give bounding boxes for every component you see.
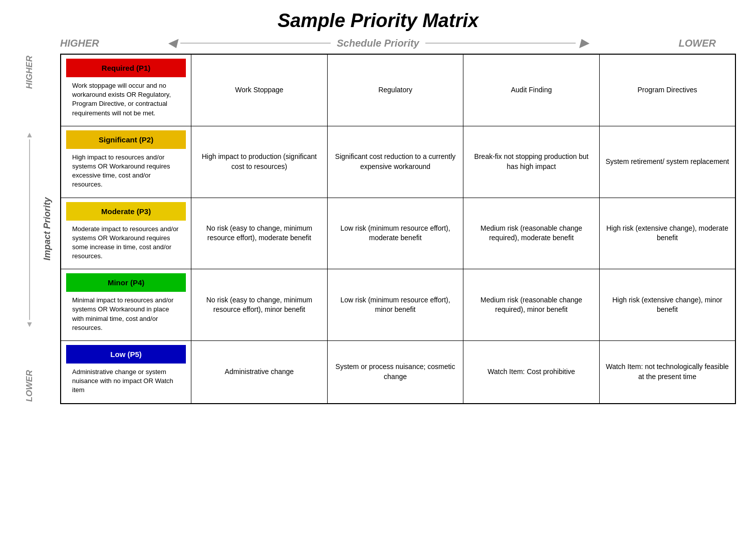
- priority-matrix: Required (P1)Work stoppage will occur an…: [60, 54, 736, 404]
- cell-r4-c1: System or process nuisance; cosmetic cha…: [327, 341, 463, 404]
- priority-cell-4: Low (P5)Administrative change or system …: [61, 341, 191, 404]
- schedule-higher-label: HIGHER: [60, 38, 99, 49]
- priority-desc-2: Moderate impact to resources and/or syst…: [66, 221, 186, 265]
- priority-desc-0: Work stoppage will occur and no workarou…: [66, 77, 186, 122]
- priority-label-3: Minor (P4): [66, 273, 186, 292]
- cell-r2-c1: Low risk (minimum resource effort), mode…: [327, 198, 463, 269]
- cell-r2-c3: High risk (extensive change), moderate b…: [599, 198, 735, 269]
- cell-r4-c0: Administrative change: [191, 341, 328, 404]
- priority-desc-3: Minimal impact to resources and/or syste…: [66, 292, 186, 336]
- cell-r3-c1: Low risk (minimum resource effort), mino…: [327, 269, 463, 341]
- lower-impact-label: LOWER: [25, 370, 35, 402]
- priority-label-1: Significant (P2): [66, 130, 186, 149]
- priority-cell-2: Moderate (P3)Moderate impact to resource…: [61, 198, 191, 269]
- cell-r1-c3: System retirement/ system replacement: [599, 126, 735, 198]
- cell-r0-c2: Audit Finding: [463, 54, 600, 126]
- cell-r1-c0: High impact to production (significant c…: [191, 126, 328, 198]
- priority-label-0: Required (P1): [66, 59, 186, 77]
- cell-r3-c3: High risk (extensive change), minor bene…: [599, 269, 735, 341]
- page-title: Sample Priority Matrix: [278, 10, 478, 32]
- higher-impact-label: HIGHER: [25, 56, 35, 89]
- priority-cell-3: Minor (P4)Minimal impact to resources an…: [61, 269, 191, 341]
- table-row: Moderate (P3)Moderate impact to resource…: [61, 198, 735, 269]
- cell-r3-c0: No risk (easy to change, minimum resourc…: [191, 269, 328, 341]
- cell-r0-c1: Regulatory: [327, 54, 463, 126]
- table-row: Significant (P2)High impact to resources…: [61, 126, 735, 198]
- schedule-priority-header: HIGHER ◀ Schedule Priority ▶ LOWER: [20, 37, 736, 50]
- table-row: Required (P1)Work stoppage will occur an…: [61, 54, 735, 126]
- cell-r4-c2: Watch Item: Cost prohibitive: [463, 341, 600, 404]
- main-layout: HIGHER ▲ ▼ LOWER Impact Priority Require…: [20, 54, 736, 404]
- cell-r2-c0: No risk (easy to change, minimum resourc…: [191, 198, 328, 269]
- priority-cell-0: Required (P1)Work stoppage will occur an…: [61, 54, 191, 126]
- schedule-label: Schedule Priority: [337, 38, 419, 49]
- priority-desc-1: High impact to resources and/or systems …: [66, 149, 186, 194]
- impact-priority-label: Impact Priority: [39, 54, 55, 404]
- priority-label-4: Low (P5): [66, 345, 186, 364]
- cell-r1-c1: Significant cost reduction to a currentl…: [327, 126, 463, 198]
- cell-r3-c2: Medium risk (reasonable change required)…: [463, 269, 600, 341]
- cell-r4-c3: Watch Item: not technologically feasible…: [599, 341, 735, 404]
- table-row: Low (P5)Administrative change or system …: [61, 341, 735, 404]
- priority-label-2: Moderate (P3): [66, 202, 186, 221]
- cell-r0-c0: Work Stoppage: [191, 54, 328, 126]
- priority-cell-1: Significant (P2)High impact to resources…: [61, 126, 191, 198]
- table-row: Minor (P4)Minimal impact to resources an…: [61, 269, 735, 341]
- cell-r2-c2: Medium risk (reasonable change required)…: [463, 198, 600, 269]
- schedule-lower-label: LOWER: [679, 38, 716, 49]
- cell-r1-c2: Break-fix not stopping production but ha…: [463, 126, 600, 198]
- cell-r0-c3: Program Directives: [599, 54, 735, 126]
- priority-desc-4: Administrative change or system nuisance…: [66, 364, 186, 399]
